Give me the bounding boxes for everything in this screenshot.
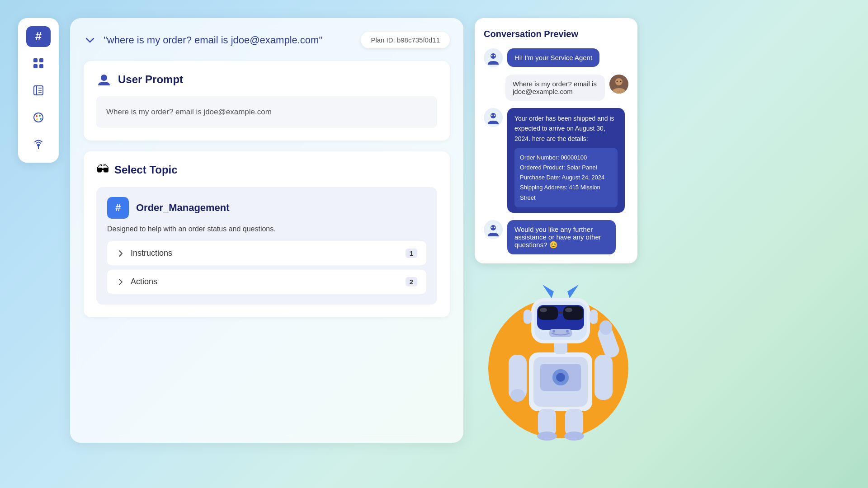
svg-rect-39	[594, 355, 613, 400]
user-prompt-title: User Prompt	[118, 73, 183, 86]
chat-row-user: Where is my order? email is jdoe@example…	[484, 75, 628, 101]
hash-icon: #	[35, 29, 42, 43]
user-bubble: Where is my order? email is jdoe@example…	[505, 75, 605, 101]
select-topic-header: 🕶 Select Topic	[96, 162, 437, 177]
svg-point-45	[537, 432, 557, 441]
svg-point-20	[494, 55, 495, 56]
svg-point-13	[36, 118, 38, 120]
agent-bubble-hi: Hi! I'm your Service Agent	[507, 48, 599, 67]
sidebar: #	[18, 18, 59, 163]
svg-point-37	[556, 373, 565, 382]
collapse-chevron-icon[interactable]	[84, 34, 96, 47]
svg-rect-2	[33, 64, 38, 68]
agent-avatar-2	[484, 108, 503, 127]
user-prompt-header: User Prompt	[96, 72, 437, 87]
topic-card-header: # Order_Management	[107, 197, 426, 219]
svg-rect-56	[524, 310, 532, 324]
apps-icon	[33, 57, 44, 69]
sidebar-item-palette[interactable]	[26, 107, 51, 128]
svg-point-59	[552, 330, 555, 333]
plan-id-badge[interactable]: Plan ID: b98c735f0d11	[361, 32, 450, 48]
glasses-icon: 🕶	[96, 162, 108, 177]
svg-point-27	[491, 115, 493, 116]
svg-point-9	[34, 113, 43, 122]
svg-point-11	[39, 115, 41, 117]
user-icon	[96, 72, 112, 87]
order-product: Ordered Product: Solar Panel	[520, 163, 612, 173]
svg-point-60	[566, 330, 569, 333]
robot-mascot-area	[475, 199, 642, 452]
select-topic-section: 🕶 Select Topic # Order_Management Design…	[84, 151, 450, 317]
header-bar: "where is my order? email is jdoe@exampl…	[84, 32, 450, 48]
instructions-chevron-icon	[116, 249, 125, 258]
svg-point-42	[599, 320, 612, 335]
order-number: Order Number: 00000100	[520, 153, 612, 163]
actions-chevron-icon	[116, 277, 125, 286]
instructions-label: Instructions	[131, 249, 400, 258]
svg-point-54	[540, 308, 547, 312]
sidebar-item-apps[interactable]	[26, 53, 51, 74]
svg-rect-53	[558, 312, 563, 314]
svg-rect-1	[39, 58, 43, 62]
topic-card: # Order_Management Designed to help with…	[96, 187, 437, 305]
user-avatar	[609, 75, 628, 94]
agent-hi-text: Hi! I'm your Service Agent	[514, 54, 592, 61]
chat-row-agent-order: Your order has been shipped and is expec…	[484, 108, 628, 213]
signal-icon	[32, 138, 45, 150]
user-prompt-text: Where is my order? email is jdoe@example…	[96, 96, 437, 128]
topic-description: Designed to help with an order status an…	[107, 225, 426, 233]
svg-point-22	[615, 78, 623, 85]
palette-icon	[33, 112, 44, 123]
topic-name: Order_Management	[136, 202, 230, 214]
instructions-count: 1	[406, 249, 417, 258]
svg-point-18	[491, 53, 496, 59]
svg-point-40	[510, 389, 525, 402]
svg-point-23	[617, 81, 618, 82]
svg-point-46	[564, 432, 584, 441]
svg-rect-57	[590, 310, 598, 324]
header-prompt-title: "where is my order? email is jdoe@exampl…	[104, 34, 354, 46]
svg-point-28	[494, 115, 495, 116]
svg-point-55	[565, 308, 572, 312]
agent-bubble-order: Your order has been shipped and is expec…	[507, 108, 625, 213]
order-date: Purchase Date: August 24, 2024	[520, 173, 612, 183]
actions-expand[interactable]: Actions 2	[107, 270, 426, 294]
agent-order-text: Your order has been shipped and is expec…	[514, 115, 614, 142]
instructions-expand[interactable]: Instructions 1	[107, 241, 426, 265]
actions-count: 2	[406, 277, 417, 286]
svg-point-19	[491, 55, 493, 56]
topic-hash-icon: #	[107, 197, 129, 219]
svg-rect-3	[39, 64, 43, 68]
main-panel: "where is my order? email is jdoe@exampl…	[70, 18, 463, 443]
sidebar-item-hash[interactable]: #	[26, 26, 51, 47]
sidebar-item-book[interactable]	[26, 80, 51, 101]
actions-label: Actions	[131, 277, 400, 286]
robot-illustration	[484, 262, 637, 452]
svg-point-14	[37, 144, 40, 146]
svg-point-10	[36, 115, 38, 117]
preview-title: Conversation Preview	[484, 29, 628, 39]
book-icon	[33, 84, 44, 96]
svg-point-26	[491, 113, 496, 118]
user-bubble-text: Where is my order? email is jdoe@example…	[513, 80, 597, 95]
agent-avatar-1	[484, 48, 503, 67]
user-prompt-section: User Prompt Where is my order? email is …	[84, 61, 450, 141]
svg-point-12	[40, 118, 42, 120]
select-topic-title: Select Topic	[114, 164, 178, 176]
svg-rect-0	[33, 58, 38, 62]
svg-point-24	[620, 81, 622, 82]
svg-point-16	[101, 75, 107, 81]
chat-row-agent-hi: Hi! I'm your Service Agent	[484, 48, 628, 67]
sidebar-item-signal[interactable]	[26, 134, 51, 155]
